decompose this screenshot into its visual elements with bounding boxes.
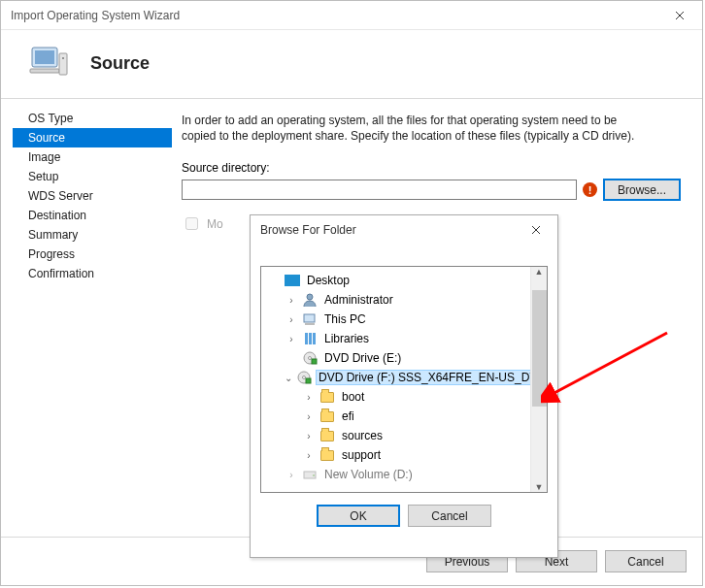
sidebar-step-setup[interactable]: Setup <box>13 167 172 186</box>
svg-rect-3 <box>59 53 67 75</box>
expand-icon[interactable]: › <box>285 314 298 325</box>
tree-node-label: New Volume (D:) <box>321 467 416 482</box>
tree-node-label: sources <box>339 428 386 443</box>
tree-node[interactable]: ›This PC <box>261 310 530 329</box>
svg-rect-14 <box>312 359 317 364</box>
error-icon: ! <box>583 182 597 197</box>
tree-node-label: efi <box>339 408 357 424</box>
tree-node[interactable]: ›support <box>261 445 530 465</box>
expand-icon[interactable]: › <box>285 470 298 480</box>
sidebar-step-destination[interactable]: Destination <box>13 206 172 225</box>
svg-rect-1 <box>35 50 54 64</box>
drive-icon <box>302 467 318 482</box>
tree-node-desktop[interactable]: Desktop <box>261 271 530 290</box>
dialog-titlebar: Browse For Folder <box>251 215 557 245</box>
tree-node[interactable]: ›boot <box>261 387 530 407</box>
folder-icon <box>319 447 335 463</box>
tree-node-label: Administrator <box>321 292 396 308</box>
sidebar-step-ostype[interactable]: OS Type <box>13 109 172 128</box>
tree-scrollbar[interactable]: ▲ ▼ <box>530 267 547 492</box>
dvd-icon <box>296 370 312 385</box>
sidebar-step-progress[interactable]: Progress <box>13 245 172 264</box>
dialog-cancel-button[interactable]: Cancel <box>408 505 491 527</box>
sidebar-step-summary[interactable]: Summary <box>13 225 172 245</box>
wizard-header: Source <box>1 30 702 99</box>
instruction-text: In order to add an operating system, all… <box>182 113 648 144</box>
expand-icon[interactable]: › <box>302 392 316 403</box>
svg-rect-10 <box>309 333 312 344</box>
page-title: Source <box>90 53 150 74</box>
tree-node[interactable]: ›Libraries <box>261 329 530 348</box>
expand-icon[interactable]: › <box>285 295 298 306</box>
svg-rect-17 <box>306 378 311 383</box>
tree-node-label: This PC <box>321 311 369 327</box>
lib-icon <box>302 331 318 346</box>
tree-node-label: DVD Drive (F:) SSS_X64FRE_EN-US_DV9 <box>316 370 530 385</box>
wizard-window: Import Operating System Wizard Source OS… <box>0 0 703 586</box>
svg-point-4 <box>62 57 64 59</box>
tree-node-label: DVD Drive (E:) <box>321 350 404 366</box>
dialog-title: Browse For Folder <box>260 223 356 237</box>
svg-rect-5 <box>285 275 300 286</box>
svg-rect-11 <box>313 333 316 344</box>
tree-node[interactable]: ›Administrator <box>261 290 530 310</box>
svg-rect-7 <box>304 314 315 322</box>
tree-node-label: boot <box>339 389 367 405</box>
expand-icon[interactable]: ⌄ <box>285 373 292 383</box>
folder-icon <box>319 408 335 424</box>
tree-node[interactable]: ›sources <box>261 426 530 445</box>
source-dir-label: Source directory: <box>182 161 681 175</box>
svg-rect-8 <box>305 323 315 325</box>
dialog-close-button[interactable] <box>519 216 554 244</box>
sidebar-step-wds[interactable]: WDS Server <box>13 186 172 206</box>
source-dir-input[interactable] <box>182 180 577 200</box>
svg-point-16 <box>303 376 306 379</box>
svg-point-6 <box>307 294 313 300</box>
folder-tree[interactable]: Desktop›Administrator›This PC›LibrariesD… <box>260 266 548 493</box>
expand-icon[interactable]: › <box>302 431 316 441</box>
browse-button[interactable]: Browse... <box>603 179 681 201</box>
svg-point-13 <box>309 357 312 360</box>
pc-icon <box>302 311 318 327</box>
sidebar-step-image[interactable]: Image <box>13 147 172 167</box>
window-close-button[interactable] <box>657 1 702 30</box>
cancel-button[interactable]: Cancel <box>605 550 687 572</box>
tree-node[interactable]: ›New Volume (D:) <box>261 465 530 484</box>
expand-icon[interactable]: › <box>302 450 316 461</box>
tree-node-label: Libraries <box>321 331 372 346</box>
svg-rect-9 <box>305 333 308 344</box>
sidebar-step-confirmation[interactable]: Confirmation <box>13 264 172 283</box>
tree-node-label: support <box>339 447 384 463</box>
computer-icon <box>28 46 69 81</box>
sidebar-step-source[interactable]: Source <box>13 128 172 147</box>
folder-icon <box>319 389 335 405</box>
expand-icon[interactable]: › <box>302 411 316 422</box>
window-title: Import Operating System Wizard <box>11 9 180 22</box>
svg-rect-2 <box>30 69 59 73</box>
tree-node[interactable]: ⌄DVD Drive (F:) SSS_X64FRE_EN-US_DV9 <box>261 368 530 387</box>
user-icon <box>302 292 318 308</box>
move-checkbox <box>185 217 198 230</box>
svg-point-19 <box>313 474 315 476</box>
desktop-icon <box>285 273 300 288</box>
folder-icon <box>319 428 335 443</box>
move-checkbox-label: Mo <box>207 217 223 231</box>
expand-icon[interactable]: › <box>285 334 298 344</box>
titlebar: Import Operating System Wizard <box>1 1 702 30</box>
browse-folder-dialog: Browse For Folder Desktop›Administrator›… <box>250 214 558 558</box>
dialog-ok-button[interactable]: OK <box>317 505 400 527</box>
steps-sidebar: OS Type Source Image Setup WDS Server De… <box>1 99 172 537</box>
dvd-icon <box>302 350 318 366</box>
tree-node[interactable]: DVD Drive (E:) <box>261 348 530 368</box>
tree-node[interactable]: ›efi <box>261 407 530 426</box>
